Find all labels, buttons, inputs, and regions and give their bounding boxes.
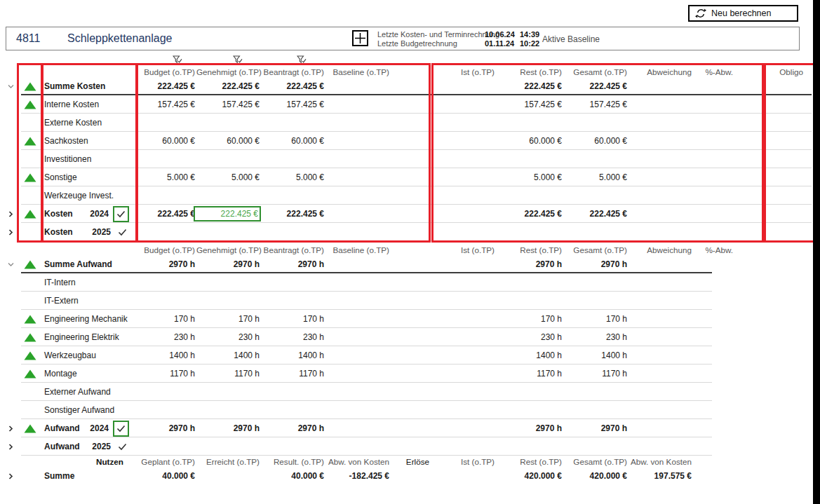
row-label: Werkzeuge Invest. bbox=[42, 191, 136, 200]
chevron-right-icon[interactable] bbox=[6, 425, 18, 433]
column-header-beantragt: Beantragt (o.TP) bbox=[261, 67, 325, 76]
recalculate-button[interactable]: Neu berechnen bbox=[688, 5, 798, 22]
column-header-genehmigt: Genehmigt (o.TP) bbox=[196, 67, 261, 76]
cell-budget: 1400 h bbox=[136, 350, 196, 360]
row-label: IT-Extern bbox=[42, 296, 136, 306]
cell-beantragt: 2970 h bbox=[261, 423, 325, 433]
cell-rest: 60.000 € bbox=[496, 136, 563, 146]
cell-baseline: -182.425 € bbox=[325, 471, 391, 481]
filter-icon[interactable] bbox=[173, 55, 182, 65]
column-header-label: Nutzen bbox=[42, 457, 136, 466]
chevron-right-icon[interactable] bbox=[6, 210, 18, 218]
cell-beantragt: 5.000 € bbox=[261, 172, 325, 182]
row-label: Engineering Elektrik bbox=[42, 332, 136, 342]
row-label-text: Sonstige bbox=[44, 172, 77, 182]
cell-budget: 60.000 € bbox=[136, 136, 196, 146]
row-label-text: Engineering Mechanik bbox=[44, 314, 128, 324]
table-row-aufwand-2024: Aufwand20242970 h2970 h2970 h2970 h2970 … bbox=[6, 419, 812, 437]
table-row-it-extern: IT-Extern bbox=[6, 292, 812, 310]
cell-rest: 1400 h bbox=[496, 350, 563, 360]
project-id: 4811 bbox=[16, 32, 40, 45]
cell-rest: 170 h bbox=[496, 314, 563, 324]
table-row-montage: Montage1170 h1170 h1170 h1170 h1170 h bbox=[6, 365, 812, 383]
cell-budget: 5.000 € bbox=[136, 172, 196, 182]
add-button[interactable] bbox=[352, 30, 368, 46]
cell-rest: 230 h bbox=[496, 332, 563, 342]
chevron-right-icon[interactable] bbox=[6, 229, 18, 236]
cell-budget: 222.425 € bbox=[136, 209, 196, 219]
column-header-genehmigt: Erreicht (o.TP) bbox=[196, 457, 261, 466]
trend-up-icon bbox=[18, 137, 42, 146]
trend-up-icon bbox=[18, 424, 42, 433]
cell-gesamt: 1400 h bbox=[563, 350, 629, 360]
cell-rest: 222.425 € bbox=[496, 209, 563, 219]
table-row-sonstiger-aufwand: Sonstiger Aufwand bbox=[6, 401, 812, 419]
row-label-text: IT-Intern bbox=[44, 278, 76, 287]
row-label-text: Aufwand bbox=[44, 423, 80, 433]
cell-genehmigt: 157.425 € bbox=[196, 100, 261, 109]
last-budget-calc-time: 10:22 bbox=[520, 39, 539, 48]
row-label: Sachkosten bbox=[42, 136, 136, 146]
plus-icon bbox=[354, 32, 366, 44]
chevron-right-icon[interactable] bbox=[6, 472, 18, 480]
cell-beantragt: 230 h bbox=[261, 332, 325, 342]
cell-rest: 222.425 € bbox=[496, 81, 563, 91]
row-label-text: Engineering Elektrik bbox=[44, 332, 119, 342]
table-row-externer-aufwand: Externer Aufwand bbox=[6, 383, 812, 401]
row-year: 2025 bbox=[92, 442, 111, 451]
year-checkbox[interactable] bbox=[113, 206, 129, 222]
column-header-abweichung: Abw. von Kosten bbox=[629, 457, 693, 466]
column-header-budget: Budget (o.TP) bbox=[136, 67, 196, 76]
row-label: Engineering Mechanik bbox=[42, 314, 136, 324]
cell-abweichung: 197.575 € bbox=[629, 471, 693, 481]
column-header-baseline: Baseline (o.TP) bbox=[325, 245, 391, 254]
row-label: Investitionen bbox=[42, 154, 136, 164]
trend-up-icon bbox=[18, 100, 42, 109]
filter-icon[interactable] bbox=[233, 55, 243, 65]
table-nutzen: NutzenGeplant (o.TP)Erreicht (o.TP)Resul… bbox=[6, 456, 812, 485]
cell-gesamt: 2970 h bbox=[563, 259, 629, 269]
cell-budget: 40.000 € bbox=[136, 471, 196, 481]
year-checkbox[interactable] bbox=[115, 440, 129, 454]
row-label-text: Interne Kosten bbox=[44, 100, 99, 109]
table-header-row: Budget (o.TP)Genehmigt (o.TP)Beantragt (… bbox=[6, 66, 812, 77]
chevron-down-icon[interactable] bbox=[6, 261, 18, 268]
project-header: 4811 Schleppkettenanlage Letzte Kosten- … bbox=[6, 27, 800, 50]
cell-beantragt: 40.000 € bbox=[261, 471, 325, 481]
year-checkbox[interactable] bbox=[113, 421, 129, 437]
filter-icon[interactable] bbox=[297, 55, 307, 65]
row-label-text: Kosten bbox=[44, 209, 73, 219]
column-header-gap: Erlöse bbox=[391, 457, 431, 466]
editable-cell-genehmigt[interactable]: 222.425 € bbox=[194, 206, 261, 222]
cell-beantragt: 2970 h bbox=[261, 259, 325, 269]
cell-rest: 2970 h bbox=[496, 259, 563, 269]
row-label-text: Aufwand bbox=[44, 442, 80, 451]
row-label: IT-Intern bbox=[42, 278, 136, 287]
cell-gesamt: 222.425 € bbox=[563, 81, 629, 91]
cell-beantragt: 170 h bbox=[261, 314, 325, 324]
trend-up-icon bbox=[18, 315, 42, 324]
column-header-baseline: Baseline (o.TP) bbox=[325, 67, 391, 76]
row-year: 2024 bbox=[90, 423, 109, 433]
cell-gesamt: 157.425 € bbox=[563, 100, 629, 109]
cell-genehmigt: 60.000 € bbox=[196, 136, 261, 146]
cell-beantragt: 60.000 € bbox=[261, 136, 325, 146]
last-budget-calc-date: 01.11.24 bbox=[485, 39, 514, 48]
table-row-investitionen: Investitionen bbox=[6, 150, 812, 168]
row-label: Montage bbox=[42, 369, 136, 379]
column-header-gesamt: Gesamt (o.TP) bbox=[563, 245, 629, 254]
table-row-aufwand-2025: Aufwand2025 bbox=[6, 437, 812, 456]
year-checkbox[interactable] bbox=[115, 225, 129, 239]
cell-budget: 157.425 € bbox=[136, 100, 196, 109]
row-label-text: Externe Kosten bbox=[44, 118, 102, 128]
cell-genehmigt: 2970 h bbox=[196, 259, 261, 269]
chevron-down-icon[interactable] bbox=[6, 83, 18, 90]
chevron-right-icon[interactable] bbox=[6, 443, 18, 451]
table-row-engineering-mechanik: Engineering Mechanik170 h170 h170 h170 h… bbox=[6, 310, 812, 328]
column-header-pabw: %-Abw. bbox=[693, 245, 734, 254]
cell-genehmigt: 170 h bbox=[196, 314, 261, 324]
cell-rest: 157.425 € bbox=[496, 100, 563, 109]
row-label-text: Summe bbox=[44, 471, 74, 481]
cell-rest: 420.000 € bbox=[496, 471, 563, 481]
column-header-rest: Rest (o.TP) bbox=[496, 245, 563, 254]
